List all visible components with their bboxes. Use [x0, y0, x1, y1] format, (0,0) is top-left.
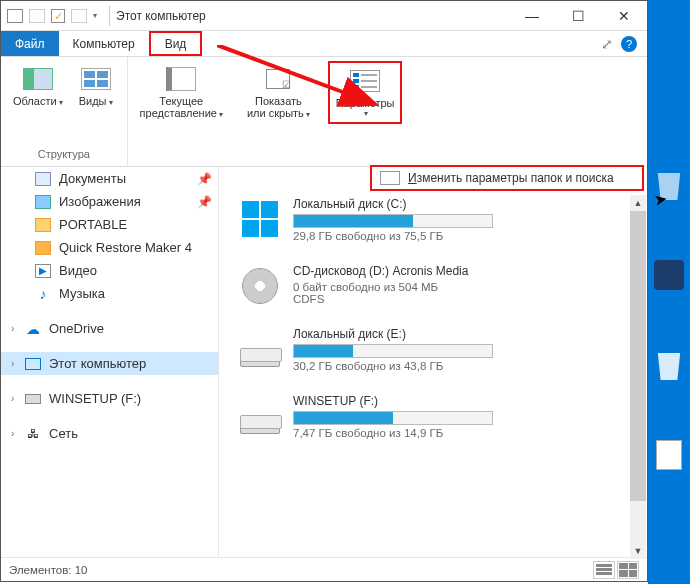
ribbon-options-button[interactable]: Параметры ▾ [328, 61, 403, 124]
desktop-icon[interactable] [650, 346, 688, 384]
scroll-thumb[interactable] [630, 211, 646, 501]
sidebar-item-music[interactable]: ♪Музыка [1, 282, 218, 305]
menu-computer[interactable]: Компьютер [59, 31, 149, 56]
drive-name: CD-дисковод (D:) Acronis Media [293, 264, 639, 278]
drive-stats: 0 байт свободно из 504 МБ [293, 281, 639, 293]
pin-icon: 📌 [197, 172, 212, 186]
views-icon [81, 68, 111, 90]
view-icons-button[interactable] [617, 561, 639, 579]
sidebar-item-label: Видео [59, 263, 97, 278]
sidebar-item-label: Изображения [59, 194, 141, 209]
minimize-ribbon-icon[interactable]: ⤢ [601, 36, 613, 52]
drive-item[interactable]: Локальный диск (E:) 30,2 ГБ свободно из … [227, 327, 639, 372]
dropdown-change-folder-options[interactable]: Изменить параметры папок и поиска [372, 167, 642, 189]
help-icon[interactable]: ? [621, 36, 637, 52]
menu-file[interactable]: Файл [1, 31, 59, 56]
options-icon [380, 171, 400, 185]
desktop-icon[interactable] [650, 256, 688, 294]
ribbon-panes-button[interactable]: Области▾ [7, 61, 69, 111]
windows-drive-icon [242, 201, 278, 237]
drive-stats: 30,2 ГБ свободно из 43,8 ГБ [293, 360, 639, 372]
drive-usage-bar [293, 411, 493, 425]
maximize-button[interactable]: ☐ [555, 1, 601, 31]
current-view-icon [166, 67, 196, 91]
file-icon [656, 440, 682, 470]
network-icon: 🖧 [25, 427, 41, 441]
drive-icon [25, 394, 41, 404]
drive-name: Локальный диск (C:) [293, 197, 639, 211]
navigation-sidebar: Документы📌 Изображения📌 PORTABLE Quick R… [1, 167, 219, 557]
ribbon-show-hide-button[interactable]: Показать или скрыть▾ [241, 61, 316, 123]
sidebar-item-folder[interactable]: Quick Restore Maker 4 [1, 236, 218, 259]
drive-item[interactable]: Локальный диск (C:) 29,8 ГБ свободно из … [227, 197, 639, 242]
ribbon-current-view-label: Текущее представление [140, 95, 217, 119]
expand-icon[interactable]: › [11, 323, 14, 334]
ribbon-options-label: Параметры [336, 97, 395, 109]
ribbon-group-label: Структура [38, 148, 90, 162]
ribbon-panes-label: Области [13, 95, 57, 107]
scroll-down-button[interactable]: ▼ [630, 543, 646, 559]
options-icon [350, 70, 380, 92]
sidebar-item-onedrive[interactable]: ›☁OneDrive [1, 317, 218, 340]
folder-icon [35, 241, 51, 255]
pictures-icon [35, 195, 51, 209]
panes-icon [23, 68, 53, 90]
drive-item[interactable]: CD-дисковод (D:) Acronis Media 0 байт св… [227, 264, 639, 305]
sidebar-item-label: Quick Restore Maker 4 [59, 240, 192, 255]
vertical-scrollbar[interactable]: ▲ ▼ [630, 195, 646, 559]
ribbon-views-label: Виды [79, 95, 107, 107]
drive-usage-bar [293, 214, 493, 228]
qat-dropdown-icon[interactable]: ▾ [93, 11, 97, 20]
music-icon: ♪ [35, 287, 51, 301]
scroll-track[interactable] [630, 211, 646, 543]
ribbon-group: Текущее представление▾ [128, 57, 235, 166]
window-icon [7, 9, 23, 23]
sidebar-item-videos[interactable]: ▶Видео [1, 259, 218, 282]
onedrive-icon: ☁ [25, 322, 41, 336]
drive-name: Локальный диск (E:) [293, 327, 639, 341]
sidebar-item-documents[interactable]: Документы📌 [1, 167, 218, 190]
sidebar-item-folder[interactable]: PORTABLE [1, 213, 218, 236]
status-text: Элементов: 10 [9, 564, 87, 576]
sidebar-item-label: WINSETUP (F:) [49, 391, 141, 406]
sidebar-item-label: Этот компьютер [49, 356, 146, 371]
drive-stats: 29,8 ГБ свободно из 75,5 ГБ [293, 230, 639, 242]
documents-icon [35, 172, 51, 186]
view-details-button[interactable] [593, 561, 615, 579]
dropdown-item-label: Изменить параметры папок и поиска [408, 171, 614, 185]
statusbar: Элементов: 10 [1, 557, 647, 581]
window-controls: — ☐ ✕ [509, 1, 647, 31]
ribbon-current-view-button[interactable]: Текущее представление▾ [134, 61, 229, 123]
drive-item[interactable]: WINSETUP (F:) 7,47 ГБ свободно из 14,9 Г… [227, 394, 639, 439]
desktop-background [648, 0, 690, 584]
sidebar-item-this-pc[interactable]: ›Этот компьютер [1, 352, 218, 375]
show-hide-icon [266, 69, 290, 89]
sidebar-item-network[interactable]: ›🖧Сеть [1, 422, 218, 445]
qat-button[interactable] [71, 9, 87, 23]
main-area: Документы📌 Изображения📌 PORTABLE Quick R… [1, 167, 647, 557]
menu-view[interactable]: Вид [149, 31, 203, 56]
options-dropdown: Изменить параметры папок и поиска [370, 165, 644, 191]
qat-button[interactable] [29, 9, 45, 23]
expand-icon[interactable]: › [11, 393, 14, 404]
recycle-bin-icon [655, 350, 683, 380]
drive-usage-bar [293, 344, 493, 358]
sidebar-item-pictures[interactable]: Изображения📌 [1, 190, 218, 213]
sidebar-item-label: Сеть [49, 426, 78, 441]
close-button[interactable]: ✕ [601, 1, 647, 31]
ribbon-group: Показать или скрыть▾ [235, 57, 322, 166]
sidebar-item-label: PORTABLE [59, 217, 127, 232]
desktop-icon[interactable] [650, 436, 688, 474]
minimize-button[interactable]: — [509, 1, 555, 31]
sidebar-item-drive[interactable]: ›WINSETUP (F:) [1, 387, 218, 410]
expand-icon[interactable]: › [11, 428, 14, 439]
cd-drive-icon [242, 268, 278, 304]
scroll-up-button[interactable]: ▲ [630, 195, 646, 211]
disk-drive-icon [240, 422, 280, 434]
ribbon-views-button[interactable]: Виды▾ [71, 61, 121, 111]
expand-icon[interactable]: › [11, 358, 14, 369]
view-switcher [593, 561, 639, 579]
qat-properties-icon[interactable]: ✓ [51, 9, 65, 23]
ribbon: Области▾ Виды▾ Структура Текущее предста… [1, 57, 647, 167]
content-area: Локальный диск (C:) 29,8 ГБ свободно из … [219, 167, 647, 557]
